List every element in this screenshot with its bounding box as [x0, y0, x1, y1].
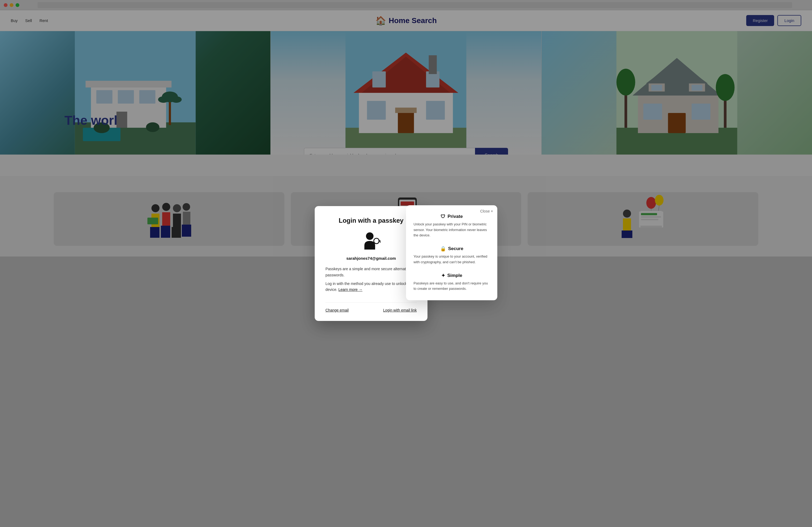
- modal-footer: Change email Login with email link: [325, 302, 417, 312]
- feature-simple: ✦ Simple Passkeys are easy to use, and d…: [414, 273, 490, 292]
- shield-icon: 🛡: [441, 214, 446, 220]
- modal-desc-2: Log in with the method you already use t…: [325, 281, 417, 293]
- browser-content: Buy Sell Rent 🏠 Home Search Register Log…: [0, 10, 812, 257]
- feature-private-title: 🛡 Private: [414, 214, 490, 220]
- feature-secure-title: 🔒 Secure: [414, 246, 490, 252]
- svg-rect-85: [380, 241, 380, 243]
- passkey-icon: [325, 231, 417, 253]
- feature-private-desc: Unlock your passkey with your PIN or bio…: [414, 222, 490, 238]
- modal-overlay[interactable]: × Login with a passkey sarahjones74@gmai…: [0, 0, 812, 527]
- lock-icon: 🔒: [440, 246, 446, 252]
- modal-desc-1: Passkeys are a simple and more secure al…: [325, 266, 417, 278]
- feature-simple-desc: Passkeys are easy to use, and don't requ…: [414, 281, 490, 292]
- svg-rect-83: [378, 240, 380, 241]
- feature-simple-title: ✦ Simple: [414, 273, 490, 278]
- feature-private: 🛡 Private Unlock your passkey with your …: [414, 214, 490, 238]
- login-email-link-button[interactable]: Login with email link: [383, 308, 417, 312]
- info-panel: Close × 🛡 Private Unlock your passkey wi…: [406, 205, 497, 301]
- feature-secure: 🔒 Secure Your passkey is unique to your …: [414, 246, 490, 265]
- change-email-button[interactable]: Change email: [325, 308, 349, 312]
- feature-secure-desc: Your passkey is unique to your account, …: [414, 254, 490, 265]
- user-email: sarahjones74@gmail.com: [325, 256, 417, 260]
- panel-close-button[interactable]: Close ×: [480, 209, 493, 213]
- modal-title: Login with a passkey: [325, 217, 417, 224]
- svg-point-81: [366, 232, 374, 240]
- sparkle-icon: ✦: [441, 273, 445, 278]
- learn-more-link[interactable]: Learn more →: [338, 287, 362, 292]
